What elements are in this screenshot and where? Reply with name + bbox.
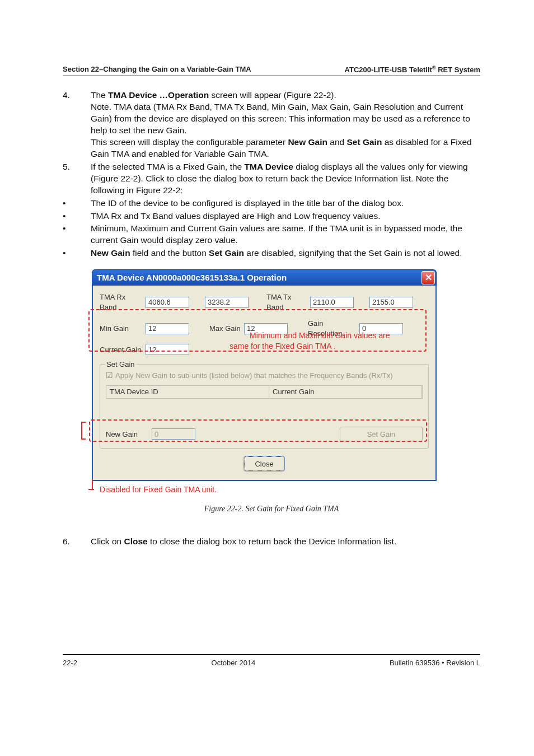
newgain-row: New Gain 0 Set Gain — [106, 427, 423, 441]
res-label: Gain Resolution — [308, 319, 357, 338]
bullet-item: • Minimum, Maximum and Current Gain valu… — [63, 223, 480, 246]
item-6-body: Click on Close to close the dialog box t… — [91, 536, 480, 548]
set-gain-button: Set Gain — [340, 427, 423, 441]
num-6: 6. — [63, 536, 91, 548]
rx-lo-field: 3238.2 — [205, 297, 249, 308]
bullet-item: • TMA Rx and Tx Band values displayed ar… — [63, 211, 480, 222]
bullet-marker: • — [63, 198, 91, 209]
subunit-table-header: TMA Device ID Current Gain — [106, 385, 423, 399]
bands-row: TMA Rx Band 4060.6 3238.2 TMA Tx Band 21… — [100, 292, 429, 312]
footer-right: Bulletin 639536 • Revision L — [390, 659, 480, 667]
footer-left: 22-2 — [63, 659, 77, 667]
newgain-label: New Gain — [106, 430, 149, 440]
cur-label: Current Gain — [100, 345, 143, 355]
min-label: Min Gain — [100, 324, 143, 334]
dialog-title: TMA Device AN0000a000c3615133a.1 Operati… — [97, 272, 287, 283]
cur-field: 12 — [146, 344, 189, 355]
set-gain-legend: Set Gain — [105, 360, 137, 370]
set-gain-group: Set Gain ☑ Apply New Gain to sub-units (… — [100, 364, 429, 449]
bullet-text: New Gain field and the button Set Gain a… — [91, 248, 480, 259]
bullet-marker: • — [63, 211, 91, 222]
tx-hi-field: 2110.0 — [310, 297, 354, 308]
dialog-wrap: TMA Device AN0000a000c3615133a.1 Operati… — [92, 269, 437, 481]
tx-lo-field: 2155.0 — [369, 297, 413, 308]
dialog-titlebar[interactable]: TMA Device AN0000a000c3615133a.1 Operati… — [92, 269, 437, 286]
item-4-body: The TMA Device …Operation screen will ap… — [91, 90, 480, 160]
rx-hi-field: 4060.6 — [146, 297, 189, 308]
bullet-marker: • — [63, 223, 91, 246]
col-device-id: TMA Device ID — [106, 386, 269, 398]
apply-row: ☑ Apply New Gain to sub-units (listed be… — [106, 370, 423, 381]
annot-bracket — [81, 422, 86, 440]
header-left: Section 22–Changing the Gain on a Variab… — [63, 65, 251, 74]
dialog-body: TMA Rx Band 4060.6 3238.2 TMA Tx Band 21… — [92, 286, 437, 481]
col-current-gain: Current Gain — [269, 386, 422, 398]
bullet-text: TMA Rx and Tx Band values displayed are … — [91, 211, 480, 222]
minmax-row: Min Gain 12 Max Gain 12 Gain Resolution … — [100, 319, 429, 338]
bullet-text: The ID of the device to be configured is… — [91, 198, 480, 209]
close-icon[interactable]: ✕ — [421, 271, 435, 284]
body-content: 4. The TMA Device …Operation screen will… — [63, 90, 480, 548]
res-field: 0 — [359, 323, 403, 334]
page-footer: 22-2 October 2014 Bulletin 639536 • Revi… — [63, 655, 480, 667]
max-field: 12 — [244, 323, 288, 334]
header-right: ATC200-LITE-USB Teletilt® RET System — [345, 65, 480, 74]
list-item-6: 6. Click on Close to close the dialog bo… — [63, 536, 480, 548]
item-5-body: If the selected TMA is a Fixed Gain, the… — [91, 161, 480, 197]
apply-text: Apply New Gain to sub-units (listed belo… — [115, 371, 393, 381]
curgain-row: Current Gain 12 — [100, 344, 429, 355]
max-label: Max Gain — [209, 324, 242, 334]
newgain-field: 0 — [152, 428, 195, 440]
bullet-text: Minimum, Maximum and Current Gain values… — [91, 223, 480, 246]
close-row: Close — [100, 456, 429, 471]
checkbox-icon: ☑ — [106, 370, 113, 381]
bullet-item: • The ID of the device to be configured … — [63, 198, 480, 209]
min-field: 12 — [146, 323, 189, 334]
figure-caption: Figure 22-2. Set Gain for Fixed Gain TMA — [63, 504, 480, 515]
list-item-4: 4. The TMA Device …Operation screen will… — [63, 90, 480, 160]
close-button[interactable]: Close — [244, 456, 284, 471]
num-5: 5. — [63, 161, 91, 197]
rx-label: TMA Rx Band — [100, 292, 143, 312]
footer-mid: October 2014 — [212, 659, 256, 667]
page-header: Section 22–Changing the Gain on a Variab… — [63, 65, 480, 76]
bullet-marker: • — [63, 248, 91, 259]
num-4: 4. — [63, 90, 91, 160]
annot-disabled-caption: Disabled for Fixed Gain TMA unit. — [100, 484, 480, 495]
bullet-item: • New Gain field and the button Set Gain… — [63, 248, 480, 259]
tx-label: TMA Tx Band — [266, 292, 308, 312]
list-item-5: 5. If the selected TMA is a Fixed Gain, … — [63, 161, 480, 197]
